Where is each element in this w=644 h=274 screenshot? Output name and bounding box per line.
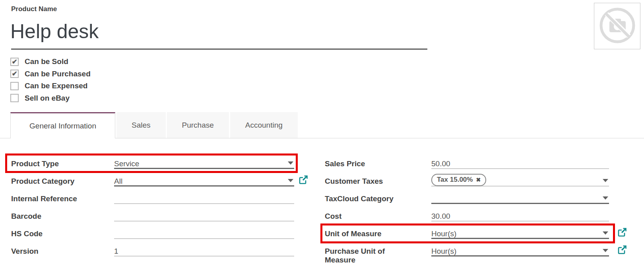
field-label: TaxCloud Category xyxy=(325,190,431,203)
field-label: Version xyxy=(11,242,114,256)
field-value-text: Hour(s) xyxy=(431,229,456,238)
field-label: Purchase Unit of Measure xyxy=(325,242,431,264)
check-icon[interactable]: ✔ xyxy=(10,70,19,78)
field-label: Product Type xyxy=(11,155,114,168)
fields-column-right: Sales Price 50.00 Customer Taxes Tax 15.… xyxy=(325,155,609,264)
field-value-text: 30.00 xyxy=(431,212,450,221)
field-row-taxcloud-category: TaxCloud Category xyxy=(325,190,609,207)
field-value[interactable]: All xyxy=(114,172,294,187)
field-label: Sales Price xyxy=(325,155,431,168)
field-value[interactable]: Tax 15.00% Tax 15.00% ✖ xyxy=(431,172,609,187)
checkbox-can-be-sold[interactable]: ✔ Can be Sold xyxy=(10,56,91,68)
checkbox-can-be-purchased[interactable]: ✔ Can be Purchased xyxy=(10,68,91,80)
field-value[interactable] xyxy=(114,207,294,222)
field-row-customer-taxes: Customer Taxes Tax 15.00% Tax 15.00% ✖ xyxy=(325,172,609,190)
product-image-placeholder[interactable] xyxy=(594,3,640,49)
field-value[interactable]: 50.00 xyxy=(431,155,609,169)
field-value[interactable]: Hour(s) xyxy=(431,242,609,257)
caret-down-icon[interactable] xyxy=(288,161,293,165)
field-row-product-type: Product Type Service xyxy=(11,155,294,172)
checkbox-label: Sell on eBay xyxy=(25,94,70,103)
checkbox-sell-on-ebay[interactable]: ✔ Sell on eBay xyxy=(10,92,91,105)
checkbox-label: Can be Expensed xyxy=(25,82,87,90)
field-label: Product Category xyxy=(11,172,114,186)
field-label: Unit of Measure xyxy=(325,225,431,238)
tab-purchase[interactable]: Purchase xyxy=(167,112,229,138)
checkbox-label: Can be Purchased xyxy=(25,70,91,78)
field-value[interactable]: 30.00 xyxy=(431,207,609,222)
field-label: HS Code xyxy=(11,225,114,238)
product-name-underline xyxy=(11,49,427,50)
field-value[interactable]: Hour(s) xyxy=(431,225,609,239)
field-row-version: Version 1 xyxy=(11,242,294,260)
field-value-text: Hour(s) xyxy=(431,247,456,256)
field-row-purchase-unit-of-measure: Purchase Unit of Measure Hour(s) xyxy=(325,242,609,264)
tab-general-information[interactable]: General Information xyxy=(10,112,115,138)
product-flags-group: ✔ Can be Sold ✔ Can be Purchased ✔ Can b… xyxy=(10,56,91,104)
check-icon[interactable]: ✔ xyxy=(10,58,19,66)
external-link-icon[interactable] xyxy=(299,175,308,185)
external-link-icon[interactable] xyxy=(617,245,627,255)
caret-down-icon[interactable] xyxy=(288,179,293,182)
tab-sales[interactable]: Sales xyxy=(116,112,166,138)
external-link-icon[interactable] xyxy=(617,227,627,237)
field-value[interactable]: 1 xyxy=(114,242,294,257)
field-value[interactable] xyxy=(431,190,609,204)
field-value[interactable]: Service xyxy=(114,155,294,169)
notebook-tabs: General Information Sales Purchase Accou… xyxy=(10,112,299,138)
field-row-barcode: Barcode xyxy=(11,207,294,225)
fields-column-left: Product Type Service Product Category Al… xyxy=(11,155,294,260)
camera-slash-icon xyxy=(597,6,637,47)
field-row-unit-of-measure: Unit of Measure Hour(s) xyxy=(325,225,609,242)
field-value-text: 1 xyxy=(114,247,118,256)
tax-tag-label: Tax 15.00% xyxy=(437,175,473,184)
caret-down-icon[interactable] xyxy=(603,196,608,200)
field-row-sales-price: Sales Price 50.00 xyxy=(325,155,609,172)
field-label: Internal Reference xyxy=(11,190,114,203)
tab-accounting[interactable]: Accounting xyxy=(230,112,298,138)
tax-tag: Tax 15.00% ✖ xyxy=(431,174,486,186)
checkbox-label: Can be Sold xyxy=(25,57,68,66)
field-label: Customer Taxes xyxy=(325,172,431,186)
caret-down-icon[interactable] xyxy=(603,249,608,252)
field-value-text: Service xyxy=(114,159,139,168)
field-row-hs-code: HS Code xyxy=(11,225,294,242)
checkbox-can-be-expensed[interactable]: ✔ Can be Expensed xyxy=(10,80,91,92)
field-label: Cost xyxy=(325,207,431,221)
check-icon[interactable]: ✔ xyxy=(10,82,19,90)
field-value[interactable] xyxy=(114,225,294,239)
field-row-product-category: Product Category All xyxy=(11,172,294,190)
field-row-cost: Cost 30.00 xyxy=(325,207,609,225)
caret-down-icon[interactable] xyxy=(603,179,608,182)
caret-down-icon[interactable] xyxy=(603,231,608,235)
field-value-text: 50.00 xyxy=(431,159,450,168)
field-value[interactable] xyxy=(114,190,294,204)
field-row-internal-reference: Internal Reference xyxy=(11,190,294,207)
field-value-text: All xyxy=(114,177,122,186)
product-name-value[interactable]: Help desk xyxy=(10,20,99,43)
check-icon[interactable]: ✔ xyxy=(10,94,19,102)
product-name-label: Product Name xyxy=(11,5,57,13)
x-icon[interactable]: ✖ xyxy=(476,175,481,184)
field-label: Barcode xyxy=(11,207,114,221)
